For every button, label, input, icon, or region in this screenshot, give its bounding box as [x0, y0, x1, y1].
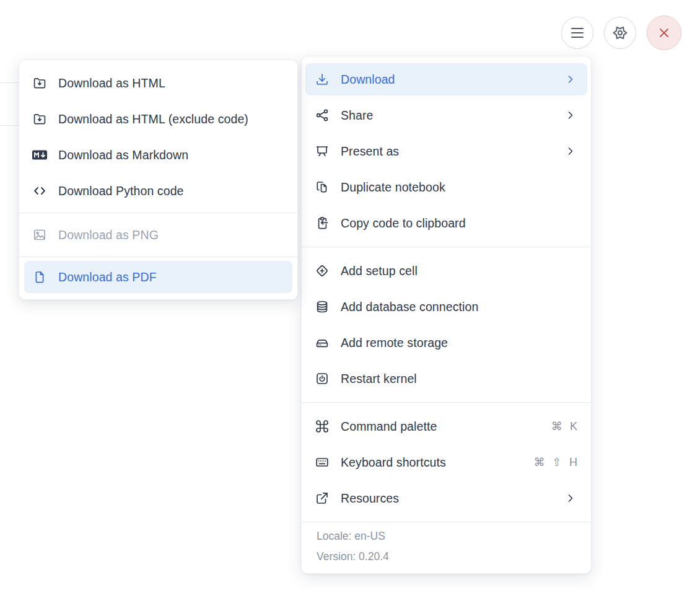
menu-item-label: Add setup cell	[341, 264, 418, 278]
menu-item-command-palette[interactable]: Command palette ⌘ K	[302, 408, 591, 444]
settings-gear-icon	[611, 24, 629, 42]
background-divider	[0, 125, 19, 126]
menu-section-add: Add setup cell Add database connection	[302, 253, 591, 402]
menu-item-label: Restart kernel	[341, 372, 417, 386]
menu-item-label: Command palette	[341, 420, 437, 434]
menu-item-label: Add remote storage	[341, 336, 448, 350]
folder-download-icon	[32, 75, 48, 91]
image-icon	[32, 227, 48, 243]
submenu-item-download-python-code[interactable]: Download Python code	[19, 173, 297, 209]
submenu-item-label: Download as HTML (exclude code)	[58, 112, 248, 126]
menu-divider	[302, 247, 591, 247]
app-window: Download Share	[0, 0, 700, 611]
power-square-icon	[314, 371, 330, 387]
chevron-right-icon	[564, 108, 577, 122]
menu-item-label: Copy code to clipboard	[341, 216, 466, 231]
menu-item-label: Keyboard shortcuts	[341, 455, 446, 470]
window-toolbar	[561, 15, 681, 50]
menu-item-download[interactable]: Download	[305, 63, 587, 95]
menu-item-download-wrap: Download	[302, 61, 591, 97]
menu-item-label: Duplicate notebook	[341, 180, 445, 195]
command-key-icon	[314, 418, 330, 434]
keyboard-icon	[314, 454, 330, 470]
menu-item-label: Resources	[341, 491, 399, 506]
folder-download-icon	[32, 111, 48, 127]
submenu-item-label: Download Python code	[58, 184, 184, 198]
menu-divider	[19, 213, 297, 213]
chevron-right-icon	[564, 144, 577, 158]
clipboard-arrow-icon	[314, 215, 330, 231]
menu-divider	[19, 257, 297, 257]
download-tray-icon	[314, 71, 330, 87]
close-button[interactable]	[647, 15, 681, 50]
shortcut-hint: ⌘ ⇧ H	[533, 455, 577, 469]
menu-item-label: Share	[341, 108, 374, 123]
menu-item-label: Present as	[341, 144, 399, 159]
menu-divider	[302, 402, 591, 403]
menu-item-duplicate-notebook[interactable]: Duplicate notebook	[302, 169, 591, 205]
storage-drive-icon	[314, 335, 330, 351]
submenu-item-download-html-exclude-code[interactable]: Download as HTML (exclude code)	[19, 101, 297, 137]
submenu-item-download-png[interactable]: Download as PNG	[19, 217, 297, 253]
settings-button[interactable]	[604, 17, 636, 49]
external-link-icon	[314, 490, 330, 506]
menu-item-share[interactable]: Share	[302, 97, 591, 133]
menu-item-add-remote-storage[interactable]: Add remote storage	[302, 325, 591, 361]
menu-item-add-database-connection[interactable]: Add database connection	[302, 289, 591, 325]
submenu-item-label: Download as PNG	[58, 228, 159, 242]
menu-item-resources[interactable]: Resources	[302, 480, 591, 516]
chevron-right-icon	[564, 491, 577, 505]
background-divider	[0, 82, 19, 83]
submenu-item-download-html[interactable]: Download as HTML	[19, 65, 297, 101]
menu-section-primary: Download Share	[302, 61, 591, 247]
submenu-item-label: Download as Markdown	[58, 148, 188, 162]
code-brackets-icon	[32, 183, 48, 199]
version-text: Version: 0.20.4	[317, 547, 591, 567]
menu-item-restart-kernel[interactable]: Restart kernel	[302, 361, 591, 397]
hamburger-menu-button[interactable]	[561, 17, 593, 49]
menu-item-keyboard-shortcuts[interactable]: Keyboard shortcuts ⌘ ⇧ H	[302, 444, 591, 480]
database-icon	[314, 299, 330, 315]
submenu-item-label: Download as HTML	[58, 76, 165, 90]
hamburger-menu-icon	[571, 28, 584, 38]
menu-item-label: Add database connection	[341, 300, 478, 314]
menu-item-copy-code[interactable]: Copy code to clipboard	[302, 205, 591, 241]
chevron-right-icon	[564, 73, 577, 86]
shortcut-hint: ⌘ K	[551, 420, 577, 433]
submenu-item-download-markdown[interactable]: Download as Markdown	[19, 137, 297, 173]
submenu-item-label: Download as PDF	[58, 270, 157, 284]
close-x-icon	[657, 26, 671, 40]
locale-text: Locale: en-US	[317, 526, 591, 547]
menu-item-present-as[interactable]: Present as	[302, 133, 591, 169]
submenu-item-download-pdf[interactable]: Download as PDF	[24, 261, 292, 293]
notebook-context-menu: Download Share	[301, 56, 592, 574]
menu-section-help: Command palette ⌘ K Keyboard	[302, 408, 591, 522]
menu-item-add-setup-cell[interactable]: Add setup cell	[302, 253, 591, 289]
duplicate-pages-icon	[314, 179, 330, 195]
share-nodes-icon	[314, 107, 330, 123]
download-submenu: Download as HTML Download as HTML (exclu…	[19, 59, 298, 300]
markdown-badge-icon	[32, 147, 48, 163]
diamond-plus-icon	[314, 263, 330, 279]
menu-footer: Locale: en-US Version: 0.20.4	[302, 522, 591, 573]
menu-item-label: Download	[341, 73, 395, 87]
presentation-board-icon	[314, 143, 330, 159]
file-icon	[32, 269, 48, 285]
